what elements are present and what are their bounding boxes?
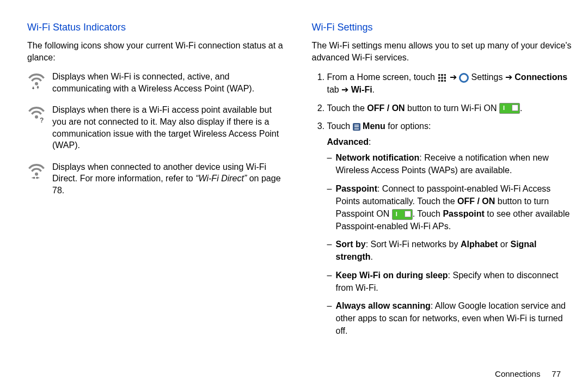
sortby-label: Sort by: [336, 240, 366, 249]
indicator-direct-desc: Displays when connected to another devic…: [52, 161, 287, 197]
svg-text:?: ?: [40, 117, 44, 122]
sortby-t3: .: [371, 252, 373, 261]
sub-network-notif: Network notification: Receive a notifica…: [327, 151, 572, 176]
netnotif-label: Network notification: [336, 153, 420, 162]
step3-menu-label: Menu: [360, 121, 385, 131]
left-heading: Wi-Fi Status Indicators: [27, 22, 287, 33]
advanced-heading: Advanced:: [327, 136, 572, 148]
step1-connections: Connections: [514, 72, 567, 82]
indicator-available-desc: Displays when there is a Wi-Fi access po…: [52, 104, 287, 151]
apps-icon: [437, 73, 447, 83]
svg-point-1: [35, 115, 38, 119]
keepon-label: Keep Wi-Fi on during sleep: [336, 271, 448, 280]
wifi-question-icon: ?: [27, 104, 46, 151]
step2-mid: button to turn Wi-Fi ON: [405, 103, 499, 113]
advanced-list: Network notification: Receive a notifica…: [327, 151, 572, 337]
settings-steps: From a Home screen, touch ➔ Settings ➔ C…: [312, 71, 572, 337]
step-3: Touch Menu for options: Advanced: Networ…: [327, 120, 572, 338]
step3-pre: Touch: [327, 121, 353, 131]
step1-pre: From a Home screen, touch: [327, 72, 438, 82]
sortby-alphabet: Alphabet: [461, 240, 498, 249]
indicator-row-active: Displays when Wi-Fi is connected, active…: [27, 71, 287, 94]
footer-page: 77: [552, 369, 561, 378]
sortby-t2: or: [498, 240, 510, 249]
step2-end: .: [520, 103, 522, 113]
wifi-toggle-on-icon: [499, 103, 520, 114]
step1-tab: tab ➔: [327, 85, 351, 94]
menu-icon: [353, 123, 360, 131]
sub-sortby: Sort by: Sort Wi-Fi networks by Alphabet…: [327, 238, 572, 263]
passpoint-toggle-on-icon: [392, 209, 413, 220]
passpoint-label: Passpoint: [336, 184, 377, 193]
wifi-direct-icon: [27, 161, 46, 197]
page-footer: Connections 77: [495, 369, 561, 378]
right-intro: The Wi-Fi settings menu allows you to se…: [312, 40, 572, 63]
settings-gear-icon: [459, 73, 469, 83]
step1-wifi: Wi-Fi: [351, 85, 372, 94]
passpoint-t3: . Touch: [413, 209, 443, 218]
step-1: From a Home screen, touch ➔ Settings ➔ C…: [327, 71, 572, 96]
sub-passpoint: Passpoint: Connect to passpoint-enabled …: [327, 182, 572, 233]
wifi-direct-link[interactable]: “Wi-Fi Direct”: [195, 174, 247, 183]
right-heading: Wi-Fi Settings: [312, 22, 572, 33]
advanced-heading-text: Advanced: [327, 137, 369, 146]
step2-offon: OFF / ON: [367, 103, 405, 113]
sub-alwaysscan: Always allow scanning: Allow Google loca…: [327, 299, 572, 338]
indicator-row-available: ? Displays when there is a Wi-Fi access …: [27, 104, 287, 151]
step-2: Touch the OFF / ON button to turn Wi-Fi …: [327, 102, 572, 114]
wifi-active-icon: [27, 71, 46, 94]
alwaysscan-label: Always allow scanning: [336, 301, 431, 310]
passpoint-label2: Passpoint: [443, 209, 484, 218]
sortby-t1: : Sort Wi-Fi networks by: [366, 240, 461, 249]
svg-point-0: [35, 82, 38, 85]
indicator-row-direct: Displays when connected to another devic…: [27, 161, 287, 197]
indicator-active-desc: Displays when Wi-Fi is connected, active…: [52, 71, 287, 94]
svg-point-3: [35, 173, 38, 176]
step3-post: for options:: [385, 121, 431, 131]
step2-pre: Touch the: [327, 103, 367, 113]
step1-settings-text: Settings ➔: [469, 72, 514, 82]
footer-section: Connections: [495, 369, 540, 378]
sub-keepon: Keep Wi-Fi on during sleep: Specify when…: [327, 269, 572, 294]
step1-arrow1: ➔: [447, 72, 459, 82]
left-column: Wi-Fi Status Indicators The following ic…: [27, 22, 287, 343]
right-column: Wi-Fi Settings The Wi-Fi settings menu a…: [312, 22, 572, 343]
left-intro: The following icons show your current Wi…: [27, 40, 287, 63]
passpoint-offon: OFF / ON: [457, 197, 495, 206]
